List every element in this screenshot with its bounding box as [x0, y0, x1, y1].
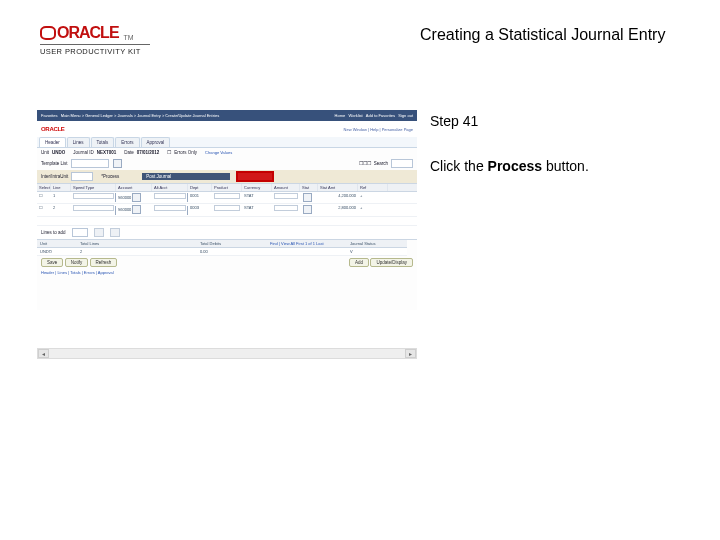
screenshot-hscrollbar[interactable]: ◂ ▸ [37, 348, 417, 359]
refresh-button[interactable]: Refresh [90, 258, 118, 267]
app-screenshot: Favorites Main Menu > General Ledger > J… [37, 110, 417, 310]
add-button[interactable]: Add [349, 258, 369, 267]
app-id-row: Unit UNDO Journal ID NEXT001 Date 07/01/… [37, 148, 417, 157]
interunit-input[interactable] [71, 172, 93, 181]
scroll-left-icon[interactable]: ◂ [38, 349, 49, 358]
totals-grid: UnitTotal LinesTotal DebitsFind | View A… [37, 239, 417, 256]
app-brand-row: ORACLE New Window | Help | Personalize P… [37, 121, 417, 137]
process-button[interactable] [238, 173, 272, 180]
app-topbar: Favorites Main Menu > General Ledger > J… [37, 110, 417, 121]
instruction-bold: Process [488, 158, 542, 174]
search-input[interactable] [391, 159, 413, 168]
grid-blank-row [37, 217, 417, 226]
notify-button[interactable]: Notify [65, 258, 89, 267]
instruction-text: Click the Process button. [430, 158, 589, 174]
grid-header: SelectLineSpeed TypeAccountAlt AcctDeptP… [37, 183, 417, 192]
instruction-pre: Click the [430, 158, 488, 174]
instruction-post: button. [542, 158, 589, 174]
delete-line-icon[interactable] [110, 228, 120, 237]
breadcrumb: Favorites Main Menu > General Ledger > J… [41, 113, 219, 118]
template-input[interactable] [71, 159, 109, 168]
tab-lines[interactable]: Lines [67, 137, 90, 147]
grid-row-1: ☐19600000001STAT4,200.000+ [37, 192, 417, 204]
brand-logo-block: ORACLE TM USER PRODUCTIVITY KIT [40, 24, 150, 56]
process-select[interactable]: Post Journal [142, 173, 230, 180]
brand-oracle-text: ORACLE [57, 24, 119, 42]
lines-to-add-row: Lines to add [37, 226, 417, 239]
lines-add-input[interactable] [72, 228, 88, 237]
tab-totals[interactable]: Totals [91, 137, 115, 147]
grid-row-2: ☐29600000003STAT2,800.000+ [37, 204, 417, 216]
scroll-right-icon[interactable]: ▸ [405, 349, 416, 358]
brand-tm: TM [124, 34, 134, 41]
save-button[interactable]: Save [41, 258, 63, 267]
tab-header[interactable]: Header [39, 137, 66, 147]
app-template-row: Template List ☐☐☐ Search [37, 157, 417, 170]
app-process-row: Inter/IntraUnit *ProcessPost Journal [37, 170, 417, 183]
app-tabs: Header Lines Totals Errors Approval [37, 137, 417, 148]
update-display-button[interactable]: Update/Display [370, 258, 413, 267]
app-oracle-logo: ORACLE [41, 126, 65, 132]
tab-approval[interactable]: Approval [141, 137, 171, 147]
app-window-links: New Window | Help | Personalize Page [344, 127, 413, 132]
step-number: Step 41 [430, 113, 478, 129]
brand-oracle: ORACLE [40, 24, 119, 42]
footer-buttons-row: Save Notify Refresh Add Update/Display [37, 256, 417, 269]
brand-divider [40, 44, 150, 45]
brand-subtitle: USER PRODUCTIVITY KIT [40, 47, 150, 56]
add-line-icon[interactable] [94, 228, 104, 237]
footer-tabs-link[interactable]: Header | Lines | Totals | Errors | Appro… [37, 269, 417, 276]
page-title: Creating a Statistical Journal Entry [420, 26, 690, 44]
tab-errors[interactable]: Errors [115, 137, 139, 147]
lookup-icon[interactable] [113, 159, 122, 168]
topbar-right: Home Worklist Add to Favorites Sign out [335, 113, 413, 118]
